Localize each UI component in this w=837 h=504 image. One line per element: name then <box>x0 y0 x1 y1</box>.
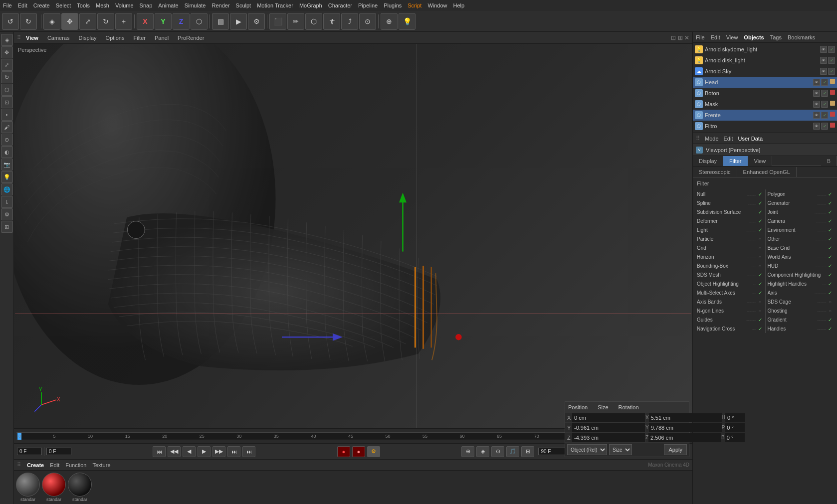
light-tool[interactable]: 💡 <box>399 13 416 30</box>
list-item[interactable]: ☁ Arnold Sky 👁 ✓ <box>693 66 837 77</box>
vp-tab-prorender[interactable]: ProRender <box>174 34 208 42</box>
scale-tool[interactable]: ⤢ <box>79 13 96 30</box>
pen-tool[interactable]: ✏ <box>287 13 304 30</box>
key-button-4[interactable]: 🎵 <box>506 446 519 457</box>
list-item[interactable]: 💡 Arnold skydome_light 👁 ✓ <box>693 44 837 55</box>
list-item[interactable]: ⬡ Frente 👁 ✓ <box>693 110 837 121</box>
stop-button[interactable]: ● <box>352 446 365 457</box>
x-rot-field[interactable] <box>725 413 745 422</box>
material-item-0[interactable]: standar <box>16 473 40 502</box>
y-position-field[interactable] <box>572 423 645 432</box>
loop-tool[interactable]: ⊙ <box>359 13 376 30</box>
select-tool[interactable]: ◈ <box>43 13 60 30</box>
lt-select[interactable]: ◈ <box>1 34 13 46</box>
render-button[interactable]: ✓ <box>821 79 828 86</box>
filter-checkbox[interactable]: ✓ <box>757 281 763 287</box>
list-item[interactable]: ⬡ Head 👁 ✓ <box>693 77 837 88</box>
list-item[interactable]: ⬡ Boton 👁 ✓ <box>693 88 837 99</box>
menu-plugins[interactable]: Plugins <box>384 2 402 8</box>
menu-motion-tracker[interactable]: Motion Tracker <box>257 2 293 8</box>
move-tool[interactable]: ✥ <box>61 13 78 30</box>
lt-light[interactable]: 💡 <box>1 171 13 183</box>
visibility-button[interactable]: 👁 <box>813 101 820 108</box>
object-rel-select[interactable]: Object (Rel) <box>567 444 607 455</box>
viewport-3d[interactable]: ✕ X Y Perspective Grid Spacing : 10000 c… <box>14 44 692 428</box>
filter-checkbox[interactable]: ✓ <box>757 218 763 224</box>
filter-checkbox[interactable]: ✓ <box>757 290 763 296</box>
play-forward-button[interactable]: ▶ <box>198 446 210 457</box>
om-tab-objects[interactable]: Objects <box>744 34 764 40</box>
attr-tab-edit[interactable]: Edit <box>724 136 733 142</box>
y-rot-field[interactable] <box>725 423 745 432</box>
visibility-button[interactable]: 👁 <box>813 90 820 97</box>
render-button[interactable]: ✓ <box>821 90 828 97</box>
lt-rotate[interactable]: ↻ <box>1 71 13 83</box>
menu-select[interactable]: Select <box>56 2 71 8</box>
filter-checkbox[interactable]: ○ <box>757 299 763 305</box>
render-view[interactable]: ▶ <box>230 13 247 30</box>
menu-tools[interactable]: Tools <box>77 2 90 8</box>
play-back-button[interactable]: ◀ <box>183 446 196 457</box>
vp-extra-tab[interactable]: B <box>821 156 837 166</box>
y-size-field[interactable] <box>649 423 722 432</box>
om-tab-bookmarks[interactable]: Bookmarks <box>788 34 815 40</box>
vp-tab-filter[interactable]: Filter <box>130 34 150 42</box>
lt-camera[interactable]: 📷 <box>1 159 13 170</box>
lt-edge[interactable]: ⊡ <box>1 96 13 108</box>
go-start-button[interactable]: ⏮ <box>153 446 166 457</box>
render-region[interactable]: ▤ <box>212 13 229 30</box>
menu-file[interactable]: File <box>3 2 12 8</box>
filter-checkbox[interactable]: ○ <box>757 245 763 251</box>
x-position-field[interactable] <box>572 413 645 422</box>
x-axis[interactable]: X <box>137 13 154 30</box>
start-frame-field[interactable] <box>46 448 71 455</box>
lt-paint[interactable]: 🖌 <box>1 121 13 133</box>
size-select[interactable]: Size <box>609 444 632 455</box>
lt-scale[interactable]: ⤢ <box>1 59 13 71</box>
lt-instances[interactable]: ⊞ <box>1 221 13 233</box>
om-tab-tags[interactable]: Tags <box>770 34 782 40</box>
snap-tool[interactable]: ⊕ <box>381 13 398 30</box>
menu-create[interactable]: Create <box>33 2 50 8</box>
filter-checkbox[interactable]: ✓ <box>827 254 833 260</box>
lt-generator[interactable]: ⚙ <box>1 208 13 220</box>
filter-checkbox[interactable]: ✓ <box>827 200 833 206</box>
render-button[interactable]: ✓ <box>821 123 828 130</box>
x-size-field[interactable] <box>649 413 722 422</box>
stereoscopic-tab[interactable]: Stereoscopic <box>693 167 737 177</box>
list-item[interactable]: ⬡ Mask 👁 ✓ <box>693 99 837 110</box>
menu-edit[interactable]: Edit <box>18 2 27 8</box>
filter-checkbox[interactable]: ✓ <box>827 281 833 287</box>
filter-checkbox[interactable]: ✓ <box>827 236 833 242</box>
filter-checkbox[interactable]: ✓ <box>827 290 833 296</box>
mat-tab-create[interactable]: Create <box>27 462 44 468</box>
list-item[interactable]: ⬡ Filtro 👁 ✓ <box>693 121 837 132</box>
key-button-2[interactable]: ◈ <box>476 446 489 457</box>
visibility-button[interactable]: 👁 <box>820 57 827 64</box>
enhanced-opengl-tab[interactable]: Enhanced OpenGL <box>737 167 797 177</box>
z-axis[interactable]: Z <box>173 13 190 30</box>
attr-tab-user-data[interactable]: User Data <box>738 136 763 142</box>
vp-display-tab[interactable]: Display <box>693 156 723 166</box>
menu-pipeline[interactable]: Pipeline <box>358 2 378 8</box>
attr-tab-mode[interactable]: Mode <box>705 136 719 142</box>
menu-mograph[interactable]: MoGraph <box>299 2 322 8</box>
render-button[interactable]: ✓ <box>828 68 835 75</box>
render-button[interactable]: ✓ <box>821 112 828 119</box>
knife-tool[interactable]: 🗡 <box>323 13 340 30</box>
fps-field[interactable] <box>538 448 568 455</box>
cube-tool[interactable]: ⬛ <box>269 13 286 30</box>
key-button-3[interactable]: ⊙ <box>491 446 504 457</box>
auto-key-button[interactable]: ⚙ <box>367 446 380 457</box>
om-tab-view[interactable]: View <box>726 34 738 40</box>
record-button[interactable]: ● <box>337 446 350 457</box>
filter-checkbox[interactable]: ✓ <box>827 218 833 224</box>
menu-script[interactable]: Script <box>408 2 421 8</box>
filter-checkbox[interactable]: ○ <box>757 236 763 242</box>
filter-checkbox[interactable]: ✓ <box>827 191 833 197</box>
menu-help[interactable]: Help <box>453 2 465 8</box>
filter-checkbox[interactable]: ✓ <box>757 200 763 206</box>
filter-checkbox[interactable]: ✓ <box>827 272 833 278</box>
menu-render[interactable]: Render <box>211 2 229 8</box>
vp-tab-view[interactable]: View <box>22 34 42 42</box>
